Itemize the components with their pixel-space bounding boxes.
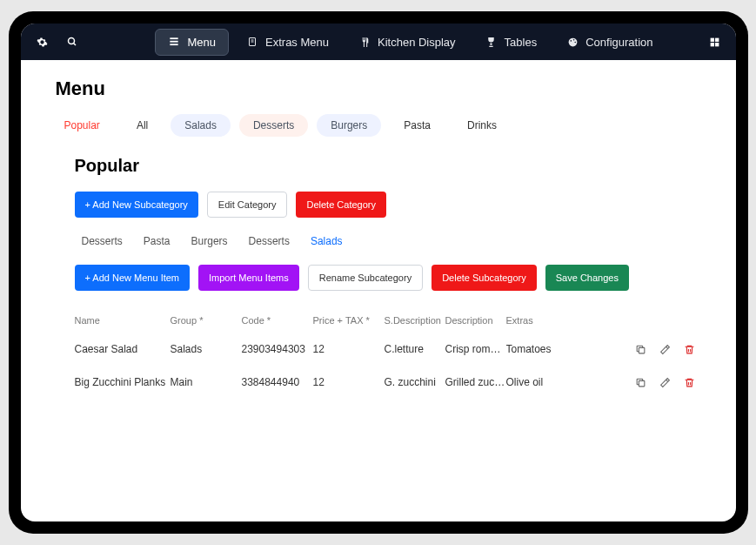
cell-name: Caesar Salad xyxy=(75,343,171,355)
cell-group: Main xyxy=(171,376,242,388)
th-sdesc: S.Description xyxy=(385,315,445,326)
cell-extras: Tomatoes xyxy=(506,343,567,355)
tab-desserts[interactable]: Desserts xyxy=(239,114,308,137)
menu-icon xyxy=(168,36,180,48)
nav-tables[interactable]: Tables xyxy=(473,29,550,56)
tab-all[interactable]: All xyxy=(123,114,162,137)
cell-price: 12 xyxy=(313,343,385,355)
search-icon[interactable] xyxy=(67,37,77,48)
trophy-icon xyxy=(485,36,498,48)
nav-label: Tables xyxy=(505,36,538,49)
svg-point-10 xyxy=(572,38,574,40)
table-header: Name Group * Code * Price + TAX * S.Desc… xyxy=(75,308,701,333)
table-row: Big Zucchini Planks Main 3384844940 12 G… xyxy=(75,366,701,399)
row-actions xyxy=(567,343,701,355)
th-price: Price + TAX * xyxy=(313,315,385,326)
table-row: Caesar Salad Salads 23903494303 12 C.let… xyxy=(75,333,701,366)
cell-code: 23903494303 xyxy=(242,343,313,355)
cell-name: Big Zucchini Planks xyxy=(75,376,171,388)
th-code: Code * xyxy=(242,315,313,326)
section: Popular + Add New Subcategory Edit Categ… xyxy=(56,156,701,399)
edit-icon[interactable] xyxy=(659,343,672,355)
svg-rect-17 xyxy=(639,380,645,387)
section-title: Popular xyxy=(75,156,701,176)
copy-icon[interactable] xyxy=(635,343,647,355)
palette-icon xyxy=(566,36,579,48)
th-extras: Extras xyxy=(506,315,567,326)
nav-config[interactable]: Configuration xyxy=(554,29,665,56)
add-menu-item-button[interactable]: + Add New Menu Item xyxy=(75,265,191,291)
cell-group: Salads xyxy=(171,343,242,355)
th-desc: Description xyxy=(445,315,506,326)
nav-label: Configuration xyxy=(585,36,652,49)
subtab-salads[interactable]: Salads xyxy=(311,235,343,247)
row-actions xyxy=(567,376,701,388)
cell-price: 12 xyxy=(313,376,385,388)
gear-icon[interactable] xyxy=(37,37,48,48)
tab-pasta[interactable]: Pasta xyxy=(390,114,445,137)
tab-popular[interactable]: Popular xyxy=(64,114,114,137)
svg-rect-12 xyxy=(710,37,713,41)
import-items-button[interactable]: Import Menu Items xyxy=(198,265,299,291)
cell-desc: Crisp romain.. xyxy=(445,343,506,355)
save-changes-button[interactable]: Save Changes xyxy=(545,265,629,291)
utensils-icon xyxy=(358,36,371,48)
screen: Menu Extras Menu Kitchen Display xyxy=(21,24,736,521)
add-subcategory-button[interactable]: + Add New Subcategory xyxy=(75,192,198,218)
document-icon xyxy=(246,36,258,48)
svg-rect-3 xyxy=(171,41,178,43)
nav-menu[interactable]: Menu xyxy=(155,29,229,56)
nav-extras[interactable]: Extras Menu xyxy=(234,29,341,56)
cell-desc: Grilled zucch.. xyxy=(445,376,506,388)
subtab-pasta[interactable]: Pasta xyxy=(144,235,171,247)
subcategory-tabs: Desserts Pasta Burgers Desserts Salads xyxy=(75,235,701,247)
cell-extras: Olive oil xyxy=(506,376,567,388)
svg-rect-4 xyxy=(171,44,178,45)
subtab-burgers[interactable]: Burgers xyxy=(191,235,228,247)
edit-icon[interactable] xyxy=(659,376,672,388)
item-button-row: + Add New Menu Item Import Menu Items Re… xyxy=(75,265,701,291)
svg-rect-16 xyxy=(639,347,645,353)
th-group: Group * xyxy=(171,315,242,326)
svg-rect-14 xyxy=(710,43,713,46)
cell-sdesc: C.letture xyxy=(385,343,445,355)
page-title: Menu xyxy=(56,77,701,100)
svg-rect-2 xyxy=(171,37,178,39)
trash-icon[interactable] xyxy=(684,376,696,388)
delete-subcategory-button[interactable]: Delete Subcategory xyxy=(432,265,537,291)
copy-icon[interactable] xyxy=(635,376,647,388)
nav-label: Kitchen Display xyxy=(378,36,456,49)
nav-label: Menu xyxy=(187,36,216,49)
tab-burgers[interactable]: Burgers xyxy=(317,114,381,137)
topbar-left xyxy=(37,37,77,48)
svg-line-1 xyxy=(73,44,76,46)
subtab-desserts2[interactable]: Desserts xyxy=(249,235,290,247)
subtab-desserts[interactable]: Desserts xyxy=(82,235,123,247)
trash-icon[interactable] xyxy=(684,343,696,355)
category-button-row: + Add New Subcategory Edit Category Dele… xyxy=(75,192,701,218)
svg-rect-15 xyxy=(715,43,719,46)
delete-category-button[interactable]: Delete Category xyxy=(296,192,386,218)
nav-items: Menu Extras Menu Kitchen Display xyxy=(121,29,700,56)
menu-items-table: Name Group * Code * Price + TAX * S.Desc… xyxy=(75,308,701,399)
svg-point-11 xyxy=(574,41,576,43)
svg-rect-13 xyxy=(715,37,719,41)
svg-point-9 xyxy=(570,40,572,42)
topbar-right-icon[interactable] xyxy=(709,37,720,48)
svg-point-0 xyxy=(68,38,74,44)
content: Menu Popular All Salads Desserts Burgers… xyxy=(21,60,736,521)
tab-drinks[interactable]: Drinks xyxy=(453,114,511,137)
tab-salads[interactable]: Salads xyxy=(171,114,231,137)
th-actions xyxy=(567,315,701,326)
th-name: Name xyxy=(75,315,171,326)
cell-sdesc: G. zucchini xyxy=(385,376,445,388)
nav-label: Extras Menu xyxy=(265,36,329,49)
category-tabs: Popular All Salads Desserts Burgers Past… xyxy=(56,114,701,137)
nav-kitchen[interactable]: Kitchen Display xyxy=(346,29,468,56)
edit-category-button[interactable]: Edit Category xyxy=(207,192,288,218)
rename-subcategory-button[interactable]: Rename Subcategory xyxy=(308,265,423,291)
topbar: Menu Extras Menu Kitchen Display xyxy=(21,24,736,60)
cell-code: 3384844940 xyxy=(242,376,313,388)
tablet-frame: Menu Extras Menu Kitchen Display xyxy=(9,11,748,534)
